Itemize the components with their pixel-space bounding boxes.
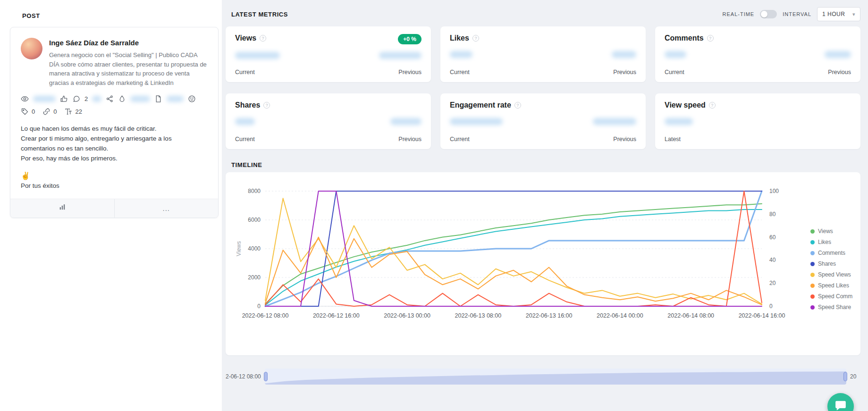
change-badge: +0 % <box>398 34 421 44</box>
blurred-previous-value <box>379 52 421 59</box>
current-label: Current <box>235 136 255 143</box>
blurred-doc-value <box>167 96 184 102</box>
y-axis-title: Views <box>236 241 242 256</box>
brush-row: 2-06-12 08:00 20 <box>226 369 860 385</box>
legend-item-speed-views[interactable]: Speed Views <box>810 271 856 278</box>
tags-count: 0 <box>32 108 35 115</box>
metric-title: Shares <box>235 101 260 109</box>
post-panel: POST Inge Sáez Díaz de Sarralde Genera n… <box>0 0 222 411</box>
legend-dot <box>810 229 815 234</box>
blurred-current-value <box>450 118 503 125</box>
blurred-current-value <box>665 51 686 58</box>
help-icon[interactable]: ? <box>514 102 521 109</box>
page: POST Inge Sáez Díaz de Sarralde Genera n… <box>0 0 868 411</box>
legend-item-speed-likes[interactable]: Speed Likes <box>810 282 856 289</box>
metric-card-likes: Likes ? Current Previous <box>440 26 646 82</box>
y-left-tick: 0 <box>257 303 261 310</box>
legend-label: Speed Likes <box>818 282 849 289</box>
legend-dot <box>810 284 815 288</box>
legend-label: Speed Views <box>818 271 851 278</box>
series-line-likes <box>265 210 762 305</box>
blurred-latest-value <box>665 118 693 125</box>
legend-dot <box>810 262 815 266</box>
smiley-icon <box>188 95 196 103</box>
timeline-card: 020004000600080000204060801002022-06-12 … <box>226 172 860 355</box>
brush-end-label: 20 <box>850 373 860 380</box>
header-controls: REAL-TIME INTERVAL 1 HOUR ▾ <box>723 7 860 21</box>
bar-chart-icon <box>59 203 66 213</box>
realtime-toggle[interactable] <box>760 10 777 18</box>
previous-label: Previous <box>613 69 636 75</box>
legend-item-likes[interactable]: Likes <box>810 239 856 245</box>
help-icon[interactable]: ? <box>707 35 714 42</box>
y-left-tick: 6000 <box>248 217 261 223</box>
legend-dot <box>810 240 815 244</box>
post-header: Inge Sáez Díaz de Sarralde Genera negoci… <box>21 38 208 87</box>
legend-item-shares[interactable]: Shares <box>810 260 856 267</box>
blurred-previous-value <box>612 51 636 58</box>
author-bio: Genera negocio con el "Social Selling" |… <box>49 50 208 87</box>
latest-metrics-label: LATEST METRICS <box>231 11 288 18</box>
brush-handle-left[interactable] <box>264 372 268 381</box>
document-icon <box>154 95 162 103</box>
brush-handle-right[interactable] <box>843 372 847 381</box>
blurred-previous-value <box>593 118 636 125</box>
interval-value: 1 HOUR <box>822 11 845 17</box>
interval-select[interactable]: 1 HOUR ▾ <box>817 7 860 21</box>
current-label: Current <box>450 136 470 143</box>
post-stats-row: 2 <box>21 95 208 103</box>
metric-title: Views <box>235 34 256 42</box>
legend-item-speed-comm[interactable]: Speed Comm <box>810 293 856 300</box>
post-body-line: Crear por ti mismo algo, entregarlo y ar… <box>21 134 208 154</box>
interval-label: INTERVAL <box>783 11 811 17</box>
legend-item-comments[interactable]: Comments <box>810 250 856 256</box>
comments-count: 2 <box>84 95 88 102</box>
series-line-comments <box>265 191 762 306</box>
series-line-speed-likes <box>265 237 762 305</box>
previous-label: Previous <box>828 69 851 75</box>
legend-label: Speed Share <box>818 304 851 310</box>
post-body-line: Por eso, hay más de los primeros. <box>21 154 208 164</box>
x-axis-label: 2022-06-14 16:00 <box>739 312 785 319</box>
series-line-views <box>265 204 762 304</box>
blurred-speed-value <box>130 96 150 102</box>
help-icon[interactable]: ? <box>709 102 716 109</box>
y-left-tick: 4000 <box>248 245 261 252</box>
post-analytics-button[interactable] <box>10 199 114 218</box>
legend-dot <box>810 305 815 310</box>
post-card: Inge Sáez Díaz de Sarralde Genera negoci… <box>10 27 219 218</box>
metric-title: Engagement rate <box>450 101 511 109</box>
x-axis-label: 2022-06-13 00:00 <box>384 312 430 319</box>
metric-card-comments: Comments ? Current Previous <box>655 26 860 82</box>
brush-start-label: 2-06-12 08:00 <box>226 373 261 380</box>
legend-label: Comments <box>818 250 845 256</box>
blurred-current-value <box>450 51 472 58</box>
share-icon <box>106 95 114 103</box>
droplet-icon <box>118 95 126 103</box>
chat-icon <box>834 399 847 411</box>
post-footer: ... <box>10 199 218 218</box>
blurred-current-value <box>235 52 280 59</box>
y-right-tick: 0 <box>769 303 773 310</box>
legend-label: Shares <box>818 260 836 267</box>
help-icon[interactable]: ? <box>472 35 479 42</box>
previous-label: Previous <box>398 69 421 75</box>
help-icon[interactable]: ? <box>260 35 266 42</box>
brush-area-chart <box>265 369 846 385</box>
metrics-panel: LATEST METRICS REAL-TIME INTERVAL 1 HOUR… <box>222 0 868 411</box>
blurred-previous-value <box>825 51 851 58</box>
help-icon[interactable]: ? <box>263 102 270 109</box>
legend-item-speed-share[interactable]: Speed Share <box>810 304 856 310</box>
post-more-button[interactable]: ... <box>115 199 219 218</box>
legend-dot <box>810 273 815 277</box>
y-right-tick: 100 <box>769 188 779 194</box>
post-closing-line: Por tus éxitos <box>21 182 208 189</box>
brush-area-fill <box>265 371 846 385</box>
post-section-label: POST <box>22 12 219 19</box>
y-right-tick: 20 <box>769 280 776 286</box>
timeline-brush[interactable] <box>265 369 846 385</box>
previous-label: Previous <box>398 136 421 143</box>
previous-label: Previous <box>613 136 636 143</box>
legend-dot <box>810 294 815 299</box>
legend-item-views[interactable]: Views <box>810 228 856 235</box>
